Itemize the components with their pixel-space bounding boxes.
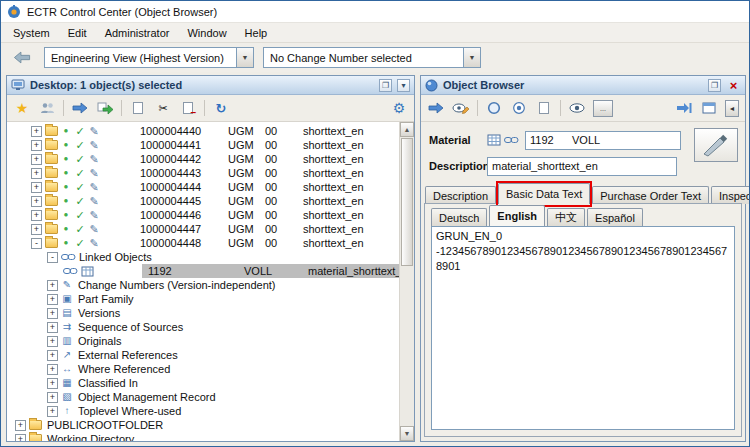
expander-icon[interactable]: + [15,420,26,431]
engineering-view-dropdown[interactable]: Engineering View (Highest Version) ▼ [44,47,254,68]
description-field[interactable]: material_shorttext_en [487,157,677,176]
back-button[interactable] [9,47,35,69]
settings-gear-icon[interactable]: ⚙ [390,98,408,118]
tab-lang-chinese[interactable]: 中文 [547,208,585,226]
more-functions-button[interactable]: ... [593,100,613,117]
tree-row-originals[interactable]: + ▥ Originals [7,334,399,348]
dock-window-icon[interactable] [700,98,718,118]
tree-row-object-expanded[interactable]: - ● ✓ ✎ 1000004448 UGM 00 shorttext_en [7,236,399,250]
expander-icon[interactable]: - [47,252,58,263]
scrollbar-track[interactable] [400,267,414,426]
expander-icon[interactable]: + [47,322,58,333]
material-field[interactable]: 1192 VOLL [525,131,681,150]
wand-button[interactable] [694,128,738,162]
expander-icon[interactable]: - [31,238,42,249]
tab-inspection-text[interactable]: Inspection... [711,186,750,204]
panel-menu-button[interactable]: ▾ [397,79,410,92]
expander-icon[interactable]: + [47,294,58,305]
scroll-up-button[interactable]: ▲ [400,122,414,137]
record-circle-icon[interactable] [510,98,528,118]
detach-panel-button[interactable]: ❐ [379,79,392,92]
forward-arrow-icon[interactable] [71,98,89,118]
menu-help[interactable]: Help [236,24,277,42]
collapse-panel-icon[interactable]: ◄ [725,100,739,117]
expander-icon[interactable]: + [31,154,42,165]
refresh-icon[interactable]: ↻ [212,98,230,118]
expander-icon[interactable]: + [47,364,58,375]
tree-row-object[interactable]: + ● ✓ ✎ 1000004444 UGM 00 shorttext_en [7,180,399,194]
status-circle-icon[interactable] [485,98,503,118]
move-to-right-icon[interactable] [675,98,693,118]
tab-lang-espanol[interactable]: Español [587,208,643,226]
expander-icon[interactable]: + [31,126,42,137]
tree-row-toplevel-where-used[interactable]: + ↑ Toplevel Where-used [7,404,399,418]
pencil-icon: ✎ [88,196,100,207]
close-panel-icon[interactable]: × [726,78,741,92]
object-description: shorttext_en [303,125,399,137]
expander-icon[interactable]: + [47,350,58,361]
expander-icon[interactable]: + [31,210,42,221]
tree-row-external-references[interactable]: + ↗ External References [7,348,399,362]
display-eye-icon[interactable] [568,98,586,118]
tree-row-object[interactable]: + ● ✓ ✎ 1000004447 UGM 00 shorttext_en [7,222,399,236]
tree-row-sequence-of-sources[interactable]: + ⇉ Sequence of Sources [7,320,399,334]
menu-edit[interactable]: Edit [59,24,96,42]
expander-icon[interactable]: + [47,308,58,319]
change-number-value: No Change Number selected [264,52,463,64]
node-label: Where Referenced [78,363,170,375]
node-label: Classified In [78,377,138,389]
where-referenced-icon: ↔ [61,364,73,374]
remove-document-icon[interactable] [179,98,197,118]
expander-icon[interactable]: + [31,168,42,179]
change-number-dropdown[interactable]: No Change Number selected ▼ [263,47,481,68]
object-type: UGM [228,167,265,179]
tree-row-classified-in[interactable]: + ▦ Classified In [7,376,399,390]
expander-icon[interactable]: + [31,196,42,207]
menu-window[interactable]: Window [178,24,235,42]
tree-row-linked-objects[interactable]: - Linked Objects [7,250,399,264]
expander-icon[interactable]: + [15,434,26,442]
basic-data-text-area[interactable]: GRUN_EN_0 -12345678901234567890123456789… [431,226,735,430]
tree-row-object[interactable]: + ● ✓ ✎ 1000004445 UGM 00 shorttext_en [7,194,399,208]
tree-row-working-directory[interactable]: + Working Directory [7,432,399,441]
tree-row-object-management-record[interactable]: + ▧ Object Management Record [7,390,399,404]
tab-purchase-order-text[interactable]: Purchase Order Text [592,186,709,204]
tree-row-object[interactable]: + ● ✓ ✎ 1000004440 UGM 00 shorttext_en [7,124,399,138]
menu-administrator[interactable]: Administrator [96,24,179,42]
new-document-icon[interactable] [535,98,553,118]
expander-icon[interactable]: + [47,378,58,389]
tab-lang-english[interactable]: English [489,205,545,226]
display-change-icon[interactable] [452,98,470,118]
cut-icon[interactable]: ✂ [154,98,172,118]
tab-description[interactable]: Description [425,186,496,204]
export-structure-icon[interactable] [96,98,114,118]
tab-basic-data-text[interactable]: Basic Data Text [498,183,590,204]
users-icon[interactable] [38,98,56,118]
tree-row-object[interactable]: + ● ✓ ✎ 1000004441 UGM 00 shorttext_en [7,138,399,152]
scroll-down-button[interactable]: ▼ [400,426,414,441]
new-document-icon[interactable] [129,98,147,118]
tree-row-object[interactable]: + ● ✓ ✎ 1000004443 UGM 00 shorttext_en [7,166,399,180]
forward-arrow-icon[interactable] [427,98,445,118]
tree-row-publicrootfolder[interactable]: + PUBLICROOTFOLDER [7,418,399,432]
tree-row-object[interactable]: + ● ✓ ✎ 1000004442 UGM 00 shorttext_en [7,152,399,166]
expander-icon[interactable]: + [31,224,42,235]
tree-row-where-referenced[interactable]: + ↔ Where Referenced [7,362,399,376]
tree-row-versions[interactable]: + ▤ Versions [7,306,399,320]
expander-icon[interactable]: + [47,406,58,417]
expander-icon[interactable]: + [47,392,58,403]
tree-row-object[interactable]: + ● ✓ ✎ 1000004446 UGM 00 shorttext_en [7,208,399,222]
tree-row-change-numbers[interactable]: + ✎ Change Numbers (Version-independent) [7,278,399,292]
menu-system[interactable]: System [4,24,59,42]
scrollbar-thumb[interactable] [401,138,413,266]
expander-icon[interactable]: + [31,182,42,193]
desktop-icon [11,79,25,91]
expander-icon[interactable]: + [47,280,58,291]
tree-row-part-family[interactable]: + ▣ Part Family [7,292,399,306]
expander-icon[interactable]: + [31,140,42,151]
tree-row-linked-material[interactable]: 1192 VOLL material_shorttext_en [7,264,399,278]
detach-panel-button[interactable]: ❐ [708,79,721,92]
tab-lang-deutsch[interactable]: Deutsch [431,208,487,226]
favorites-star-icon[interactable]: ★ [13,98,31,118]
expander-icon[interactable]: + [47,336,58,347]
